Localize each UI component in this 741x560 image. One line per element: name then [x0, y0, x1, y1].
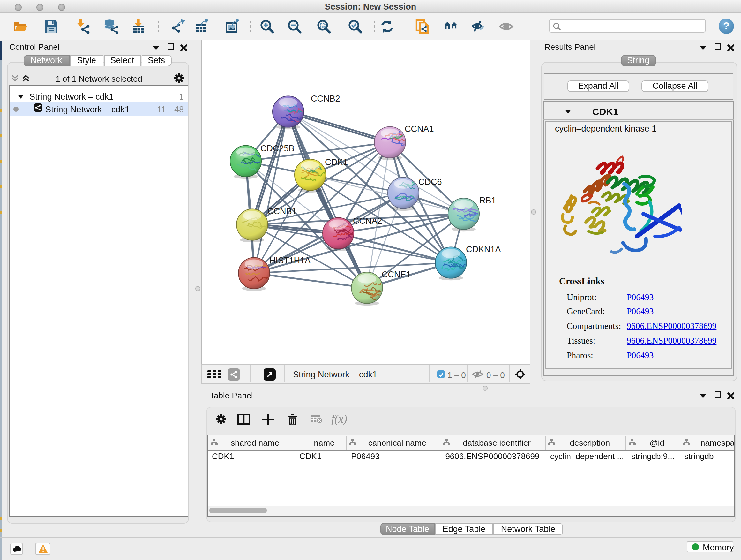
svg-text:CDKN1A: CDKN1A	[466, 245, 501, 254]
svg-text:CCNA2: CCNA2	[353, 216, 382, 226]
svg-text:HIST1H1A: HIST1H1A	[269, 256, 311, 265]
svg-text:CDK1: CDK1	[325, 158, 348, 167]
svg-text:CDC25B: CDC25B	[260, 144, 294, 153]
svg-text:CCNA1: CCNA1	[405, 124, 434, 134]
svg-text:RB1: RB1	[479, 196, 496, 205]
svg-text:CDC6: CDC6	[418, 177, 442, 187]
svg-text:CCNB1: CCNB1	[267, 206, 297, 216]
svg-text:CCNB2: CCNB2	[311, 94, 340, 104]
svg-text:CCNE1: CCNE1	[382, 270, 411, 279]
